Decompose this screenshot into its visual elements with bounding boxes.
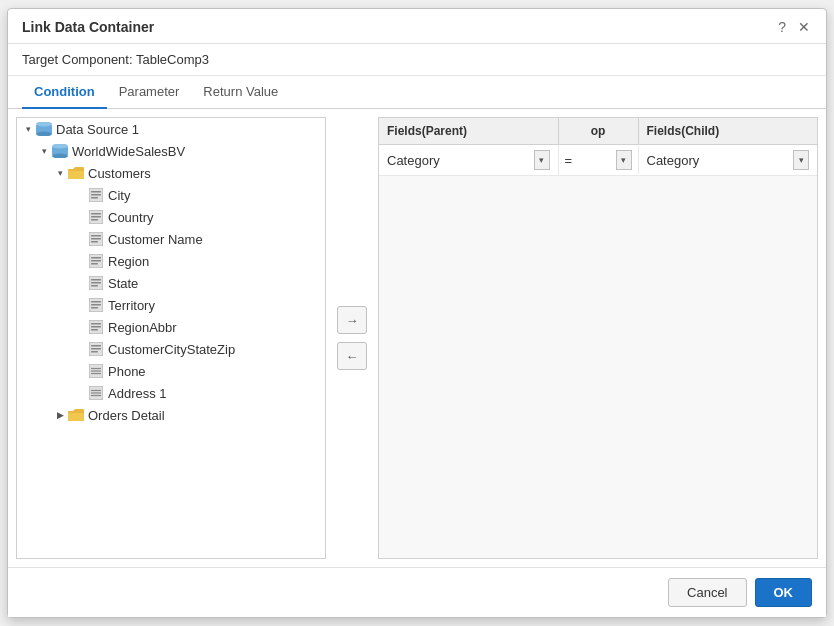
ok-button[interactable]: OK bbox=[755, 578, 813, 607]
arrow-datasource1: ▾ bbox=[21, 124, 35, 134]
label-customername: Customer Name bbox=[108, 232, 203, 247]
label-worldwidesalesbv: WorldWideSalesBV bbox=[72, 144, 185, 159]
op-dropdown-btn[interactable]: ▾ bbox=[616, 150, 632, 170]
folder-icon-customers bbox=[67, 165, 85, 181]
svg-rect-36 bbox=[91, 348, 101, 350]
field-icon-territory bbox=[87, 297, 105, 313]
op-value: = bbox=[565, 153, 573, 168]
label-region: Region bbox=[108, 254, 149, 269]
svg-rect-12 bbox=[91, 216, 101, 218]
col-header-op: op bbox=[559, 118, 639, 144]
svg-rect-13 bbox=[91, 219, 98, 221]
col-header-parent: Fields(Parent) bbox=[379, 118, 559, 144]
svg-rect-7 bbox=[91, 191, 101, 193]
transfer-buttons: → ← bbox=[334, 117, 370, 559]
remove-condition-button[interactable]: ← bbox=[337, 342, 367, 370]
label-phone: Phone bbox=[108, 364, 146, 379]
svg-rect-25 bbox=[91, 285, 98, 287]
arrow-customers: ▾ bbox=[53, 168, 67, 178]
left-arrow-icon: ← bbox=[346, 349, 359, 364]
tree-panel[interactable]: ▾ Data Source 1 ▾ WorldWideSalesBV ▾ bbox=[16, 117, 326, 559]
child-field-value: Category bbox=[647, 153, 700, 168]
conditions-table: Fields(Parent) op Fields(Child) Category… bbox=[378, 117, 818, 559]
add-condition-button[interactable]: → bbox=[337, 306, 367, 334]
label-territory: Territory bbox=[108, 298, 155, 313]
cell-parent-field[interactable]: Category ▾ bbox=[379, 145, 559, 175]
header-icons: ? ✕ bbox=[776, 19, 812, 35]
label-ordersdetail: Orders Detail bbox=[88, 408, 165, 423]
table-body: Category ▾ = ▾ Category ▾ bbox=[379, 145, 817, 558]
tree-item-country[interactable]: ▾ Country bbox=[17, 206, 325, 228]
tab-return-value[interactable]: Return Value bbox=[191, 76, 290, 109]
tree-item-customername[interactable]: ▾ Customer Name bbox=[17, 228, 325, 250]
col-header-child: Fields(Child) bbox=[639, 118, 818, 144]
svg-rect-23 bbox=[91, 279, 101, 281]
label-regionabbr: RegionAbbr bbox=[108, 320, 177, 335]
tree-item-datasource1[interactable]: ▾ Data Source 1 bbox=[17, 118, 325, 140]
dialog-body: ▾ Data Source 1 ▾ WorldWideSalesBV ▾ bbox=[8, 109, 826, 567]
right-arrow-icon: → bbox=[346, 313, 359, 328]
field-icon-city bbox=[87, 187, 105, 203]
svg-rect-37 bbox=[91, 351, 98, 353]
label-state: State bbox=[108, 276, 138, 291]
svg-rect-31 bbox=[91, 323, 101, 325]
tree-item-city[interactable]: ▾ City bbox=[17, 184, 325, 206]
cell-child-field[interactable]: Category ▾ bbox=[639, 145, 818, 175]
svg-rect-32 bbox=[91, 326, 101, 328]
tree-item-state[interactable]: ▾ State bbox=[17, 272, 325, 294]
field-icon-region bbox=[87, 253, 105, 269]
svg-rect-20 bbox=[91, 260, 101, 262]
parent-dropdown-btn[interactable]: ▾ bbox=[534, 150, 550, 170]
tree-item-customers[interactable]: ▾ Customers bbox=[17, 162, 325, 184]
tree-item-customercitystate[interactable]: ▾ CustomerCityStateZip bbox=[17, 338, 325, 360]
link-data-container-dialog: Link Data Container ? ✕ Target Component… bbox=[7, 8, 827, 618]
field-icon-customername bbox=[87, 231, 105, 247]
tree-item-region[interactable]: ▾ Region bbox=[17, 250, 325, 272]
datasource-icon-1 bbox=[35, 121, 53, 137]
svg-rect-16 bbox=[91, 238, 101, 240]
datasource-icon-2 bbox=[51, 143, 69, 159]
label-city: City bbox=[108, 188, 130, 203]
svg-rect-19 bbox=[91, 257, 101, 259]
child-dropdown-btn[interactable]: ▾ bbox=[793, 150, 809, 170]
tree-item-territory[interactable]: ▾ Territory bbox=[17, 294, 325, 316]
tree-item-worldwidesalesbv[interactable]: ▾ WorldWideSalesBV bbox=[17, 140, 325, 162]
label-country: Country bbox=[108, 210, 154, 225]
svg-rect-9 bbox=[91, 197, 98, 199]
child-dropdown[interactable]: Category ▾ bbox=[647, 150, 810, 170]
svg-rect-17 bbox=[91, 241, 98, 243]
field-icon-customercitystate bbox=[87, 341, 105, 357]
tree-item-ordersdetail[interactable]: ▶ Orders Detail bbox=[17, 404, 325, 426]
close-button[interactable]: ✕ bbox=[796, 19, 812, 35]
parent-dropdown[interactable]: Category ▾ bbox=[387, 150, 550, 170]
arrow-ordersdetail: ▶ bbox=[53, 410, 67, 420]
tree-item-phone[interactable]: ▾ Phone bbox=[17, 360, 325, 382]
tab-condition[interactable]: Condition bbox=[22, 76, 107, 109]
arrow-worldwidesalesbv: ▾ bbox=[37, 146, 51, 156]
tree-item-address1[interactable]: ▾ Address 1 bbox=[17, 382, 325, 404]
svg-rect-11 bbox=[91, 213, 101, 215]
field-icon-country bbox=[87, 209, 105, 225]
svg-rect-24 bbox=[91, 282, 101, 284]
svg-rect-21 bbox=[91, 263, 98, 265]
field-icon-address1 bbox=[87, 385, 105, 401]
parent-field-value: Category bbox=[387, 153, 440, 168]
svg-rect-28 bbox=[91, 304, 101, 306]
svg-rect-8 bbox=[91, 194, 101, 196]
cell-op[interactable]: = ▾ bbox=[559, 146, 639, 174]
target-component-label: Target Component: TableComp3 bbox=[8, 44, 826, 76]
tree-item-regionabbr[interactable]: ▾ RegionAbbr bbox=[17, 316, 325, 338]
label-customercitystate: CustomerCityStateZip bbox=[108, 342, 235, 357]
tabs-bar: Condition Parameter Return Value bbox=[8, 76, 826, 109]
svg-rect-29 bbox=[91, 307, 98, 309]
folder-icon-ordersdetail bbox=[67, 407, 85, 423]
field-icon-regionabbr bbox=[87, 319, 105, 335]
help-button[interactable]: ? bbox=[776, 19, 788, 35]
cancel-button[interactable]: Cancel bbox=[668, 578, 746, 607]
dialog-header: Link Data Container ? ✕ bbox=[8, 9, 826, 44]
tab-parameter[interactable]: Parameter bbox=[107, 76, 192, 109]
dialog-title: Link Data Container bbox=[22, 19, 154, 35]
label-datasource1: Data Source 1 bbox=[56, 122, 139, 137]
table-row[interactable]: Category ▾ = ▾ Category ▾ bbox=[379, 145, 817, 176]
dialog-footer: Cancel OK bbox=[8, 567, 826, 617]
